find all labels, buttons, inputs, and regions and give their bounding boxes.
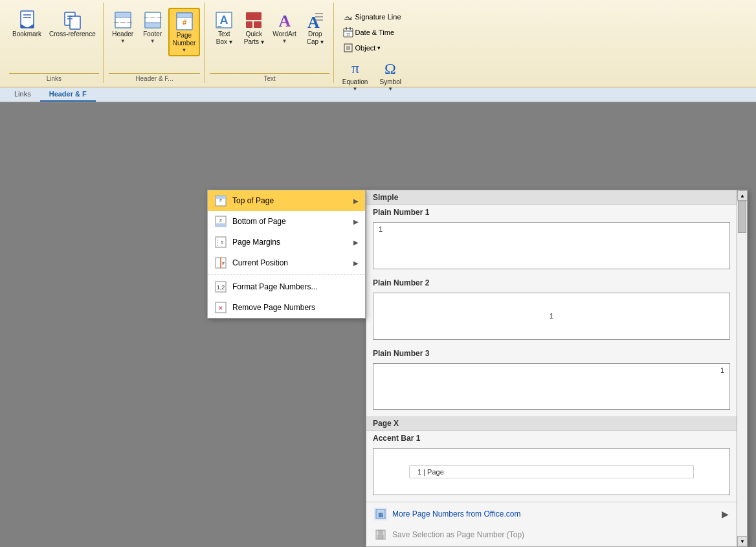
flyout-footer: ▦ More Page Numbers from Office.com ▶ Sa… [366, 502, 737, 546]
app-window: Bookmark Cross-reference Links — — — He [0, 0, 756, 547]
svg-rect-22 [254, 21, 261, 28]
text-row: A TextBox ▾ QuickParts ▾ A WordArt ▼ [210, 8, 329, 48]
scroll-thumb[interactable] [738, 201, 746, 233]
date-time-label: Date & Time [355, 28, 395, 36]
format-page-numbers-icon: 1,2 [214, 280, 227, 293]
svg-rect-58 [379, 530, 383, 533]
page-number-icon: # [174, 11, 195, 32]
plain-number-1-label: Plain Number 1 [366, 205, 737, 219]
menu-item-remove-page-numbers[interactable]: ✕ Remove Page Numbers [208, 297, 365, 318]
ribbon-group-text: A TextBox ▾ QuickParts ▾ A WordArt ▼ [206, 3, 334, 83]
current-position-label: Current Position [232, 258, 288, 267]
symbol-icon: Ω [380, 58, 401, 78]
plain-number-2-preview[interactable]: 1 [373, 293, 730, 340]
plain-number-1-preview[interactable]: 1 [373, 222, 730, 269]
equation-chevron: ▼ [353, 86, 358, 92]
symbol-button[interactable]: Ω Symbol ▼ [376, 56, 405, 94]
plain-number-1-number: 1 [373, 223, 388, 236]
scroll-down-button[interactable]: ▼ [737, 536, 748, 546]
simple-section-header: Simple [366, 190, 737, 205]
svg-text:1,2: 1,2 [217, 284, 225, 291]
object-arrow: ▾ [377, 45, 381, 51]
plain-number-3-label: Plain Number 3 [366, 346, 737, 361]
cross-reference-label: Cross-reference [49, 30, 96, 38]
footer-label: Footer [143, 30, 162, 38]
page-number-dropdown: # Top of Page ▶ # Bottom of Page ▶ # Pag… [207, 190, 366, 318]
page-margins-arrow: ▶ [353, 239, 359, 246]
svg-text:▦: ▦ [378, 511, 384, 518]
accent-bar-1-text: 1 | Page [417, 468, 444, 476]
menu-item-bottom-of-page[interactable]: # Bottom of Page ▶ [208, 211, 365, 232]
signature-line-button[interactable]: Signature Line [340, 10, 405, 23]
word-art-button[interactable]: A WordArt ▼ [269, 8, 300, 48]
plain-number-3-number: 1 [715, 364, 729, 377]
equation-icon: π [345, 58, 366, 78]
tab-links[interactable]: Links [5, 87, 40, 102]
text-box-button[interactable]: A TextBox ▾ [210, 8, 238, 48]
header-icon: — — — [113, 10, 133, 30]
footer-button[interactable]: — — — Footer ▼ [139, 8, 167, 56]
svg-text:A: A [278, 12, 291, 30]
save-selection-icon [374, 528, 387, 541]
svg-rect-42 [216, 223, 226, 227]
signature-line-label: Signature Line [355, 13, 401, 21]
more-page-numbers-button[interactable]: ▦ More Page Numbers from Office.com ▶ [366, 504, 737, 524]
object-button[interactable]: Object ▾ [340, 41, 405, 54]
svg-text:15: 15 [346, 32, 350, 36]
svg-text:✕: ✕ [218, 305, 223, 311]
page-number-button[interactable]: # PageNumber ▼ [168, 8, 201, 56]
document-area: # Top of Page ▶ # Bottom of Page ▶ # Pag… [0, 102, 756, 547]
remove-page-numbers-icon: ✕ [214, 301, 227, 314]
svg-rect-20 [246, 12, 261, 20]
svg-rect-35 [346, 46, 350, 50]
date-time-button[interactable]: 15 Date & Time [340, 26, 405, 39]
top-of-page-icon: # [214, 194, 227, 207]
svg-rect-21 [246, 21, 252, 28]
more-page-numbers-arrow: ▶ [722, 509, 729, 519]
links-group-label: Links [9, 73, 99, 83]
bookmark-button[interactable]: Bookmark [9, 8, 45, 40]
menu-item-page-margins[interactable]: # Page Margins ▶ [208, 232, 365, 252]
save-selection-button[interactable]: Save Selection as Page Number (Top) [366, 524, 737, 545]
svg-text:#: # [219, 198, 222, 203]
ribbon: Bookmark Cross-reference Links — — — He [0, 0, 756, 87]
menu-item-top-of-page[interactable]: # Top of Page ▶ [208, 190, 365, 211]
top-of-page-arrow: ▶ [353, 197, 359, 205]
scrollbar[interactable]: ▲ ▼ [737, 190, 747, 546]
svg-rect-32 [350, 27, 351, 30]
plain-number-3-preview[interactable]: 1 [373, 363, 730, 410]
page-margins-icon: # [214, 236, 227, 249]
current-position-icon: # [214, 256, 227, 269]
tab-header-footer[interactable]: Header & F [40, 87, 96, 102]
remove-page-numbers-label: Remove Page Numbers [232, 303, 315, 312]
svg-rect-5 [70, 16, 80, 29]
header-button[interactable]: — — — Header ▼ [109, 8, 137, 56]
header-footer-row: — — — Header ▼ — — — Footer ▼ # Pag [109, 8, 201, 56]
menu-item-current-position[interactable]: # Current Position ▶ [208, 252, 365, 273]
symbol-chevron: ▼ [388, 86, 393, 92]
quick-parts-button[interactable]: QuickParts ▾ [239, 8, 268, 48]
footer-icon: — — — [142, 10, 163, 30]
symbols-stack: Signature Line 15 Date & Time Object ▾ [340, 8, 405, 54]
svg-text:#: # [182, 18, 186, 27]
word-art-label: WordArt [272, 30, 296, 38]
current-position-arrow: ▶ [353, 260, 359, 267]
top-of-page-label: Top of Page [232, 196, 274, 205]
scroll-track[interactable] [737, 201, 747, 536]
equation-button[interactable]: π Equation ▼ [339, 56, 371, 94]
menu-item-format-page-numbers[interactable]: 1,2 Format Page Numbers... [208, 276, 365, 297]
quick-parts-icon [243, 10, 264, 30]
svg-text:A: A [307, 13, 320, 30]
page-x-section-header: Page X [366, 416, 737, 431]
accent-bar-1-preview[interactable]: 1 | Page [373, 448, 730, 495]
links-row: Bookmark Cross-reference [9, 8, 99, 40]
text-group-label: Text [210, 73, 329, 83]
cross-reference-button[interactable]: Cross-reference [46, 8, 99, 40]
flyout-content: Simple Plain Number 1 1 Plain Number 2 1… [366, 190, 737, 546]
svg-rect-31 [346, 27, 347, 30]
accent-bar-1-content: 1 | Page [409, 465, 694, 478]
drop-cap-button[interactable]: A DropCap ▾ [301, 8, 329, 48]
bookmark-label: Bookmark [12, 30, 41, 38]
scroll-up-button[interactable]: ▲ [737, 190, 748, 201]
drop-cap-label: DropCap ▾ [307, 30, 324, 46]
